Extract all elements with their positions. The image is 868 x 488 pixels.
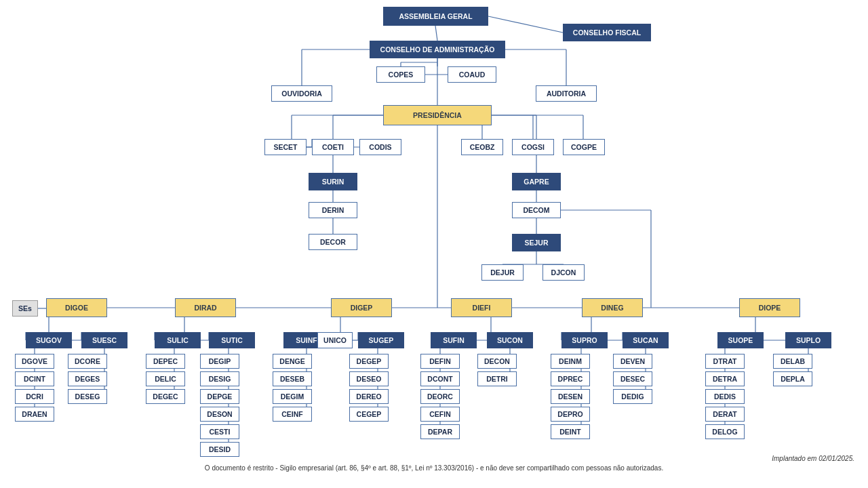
node-sugep: SUGEP xyxy=(358,332,404,348)
node-coaud: COAUD xyxy=(448,66,496,83)
node-degep: DEGEP xyxy=(349,354,389,369)
node-suesc: SUESC xyxy=(81,332,127,348)
node-decon: DECON xyxy=(477,354,517,369)
node-cogpe: COGPE xyxy=(563,139,605,155)
node-ses: SEs xyxy=(12,300,38,317)
node-desid: DESID xyxy=(200,442,239,457)
node-delic: DELIC xyxy=(146,371,185,386)
node-desen: DESEN xyxy=(551,389,590,404)
node-depar: DEPAR xyxy=(420,424,460,439)
node-depge: DEPGE xyxy=(200,389,239,404)
node-dcri: DCRI xyxy=(15,389,54,404)
node-ceinf: CEINF xyxy=(273,407,312,422)
node-codis: CODIS xyxy=(359,139,401,155)
node-digep: DIGEP xyxy=(331,298,392,317)
node-dcint: DCINT xyxy=(15,371,54,386)
node-deseo: DESEO xyxy=(349,371,389,386)
node-surin: SURIN xyxy=(309,173,357,190)
node-draen: DRAEN xyxy=(15,407,54,422)
node-dirad: DIRAD xyxy=(175,298,236,317)
node-desec: DESEC xyxy=(613,371,652,386)
node-djcon: DJCON xyxy=(542,264,585,281)
node-presidencia: PRESIDÊNCIA xyxy=(383,105,492,125)
node-gapre: GAPRE xyxy=(512,173,561,190)
node-derat: DERAT xyxy=(705,407,745,422)
node-suplo: SUPLO xyxy=(785,332,831,348)
node-dcore: DCORE xyxy=(68,354,107,369)
node-ouvidoria: OUVIDORIA xyxy=(271,85,332,102)
org-chart: ASSEMBLEIA GERALCONSELHO FISCALCONSELHO … xyxy=(0,0,868,474)
node-denge: DENGE xyxy=(273,354,312,369)
node-degip: DEGIP xyxy=(200,354,239,369)
node-delog: DELOG xyxy=(705,424,745,439)
restricted-notice: O documento é restrito - Sigilo empresar… xyxy=(0,464,868,472)
node-decor: DECOR xyxy=(309,234,357,250)
node-cesti: CESTI xyxy=(200,424,239,439)
node-sejur: SEJUR xyxy=(512,234,561,251)
node-conselho_adm: CONSELHO DE ADMINISTRAÇÃO xyxy=(370,41,505,58)
node-diefi: DIEFI xyxy=(451,298,512,317)
node-delab: DELAB xyxy=(773,354,812,369)
node-dcont: DCONT xyxy=(420,371,460,386)
node-dejur: DEJUR xyxy=(481,264,524,281)
node-deorc: DEORC xyxy=(420,389,460,404)
node-sufin: SUFIN xyxy=(431,332,477,348)
node-decom: DECOM xyxy=(512,202,561,218)
node-defin: DEFIN xyxy=(420,354,460,369)
node-degim: DEGIM xyxy=(273,389,312,404)
node-cegep: CEGEP xyxy=(349,407,389,422)
node-copes: COPES xyxy=(376,66,425,83)
node-auditoria: AUDITORIA xyxy=(536,85,597,102)
node-digoe: DIGOE xyxy=(46,298,107,317)
node-conselho_fiscal: CONSELHO FISCAL xyxy=(563,24,651,41)
node-deven: DEVEN xyxy=(613,354,652,369)
node-derin: DERIN xyxy=(309,202,357,218)
node-desig: DESIG xyxy=(200,371,239,386)
node-dtrat: DTRAT xyxy=(705,354,745,369)
node-sugov: SUGOV xyxy=(26,332,72,348)
node-detra: DETRA xyxy=(705,371,745,386)
implanted-date: Implantado em 02/01/2025. xyxy=(772,455,854,462)
node-dgove: DGOVE xyxy=(15,354,54,369)
node-depro: DEPRO xyxy=(551,407,590,422)
node-sucan: SUCAN xyxy=(623,332,669,348)
node-ceobz: CEOBZ xyxy=(461,139,503,155)
node-dedis: DEDIS xyxy=(705,389,745,404)
svg-line-0 xyxy=(488,16,563,33)
node-unico: UNICO xyxy=(317,332,353,348)
node-sutic: SUTIC xyxy=(209,332,255,348)
node-deson: DESON xyxy=(200,407,239,422)
node-deseg: DESEG xyxy=(68,389,107,404)
node-depec: DEPEC xyxy=(146,354,185,369)
node-assembleia: ASSEMBLEIA GERAL xyxy=(383,7,488,26)
node-dereo: DEREO xyxy=(349,389,389,404)
node-diope: DIOPE xyxy=(739,298,800,317)
node-deges: DEGES xyxy=(68,371,107,386)
node-sucon: SUCON xyxy=(487,332,533,348)
node-supro: SUPRO xyxy=(561,332,608,348)
node-degec: DEGEC xyxy=(146,389,185,404)
node-secet: SECET xyxy=(264,139,307,155)
node-deint: DEINT xyxy=(551,424,590,439)
node-dprec: DPREC xyxy=(551,371,590,386)
node-cogsi: COGSI xyxy=(512,139,554,155)
node-sulic: SULIC xyxy=(155,332,201,348)
node-coeti: COETI xyxy=(312,139,354,155)
node-deseb: DESEB xyxy=(273,371,312,386)
node-deinm: DEINM xyxy=(551,354,590,369)
node-depla: DEPLA xyxy=(773,371,812,386)
node-suope: SUOPE xyxy=(717,332,764,348)
node-dineg: DINEG xyxy=(582,298,643,317)
node-dedig: DEDIG xyxy=(613,389,652,404)
node-cefin: CEFIN xyxy=(420,407,460,422)
node-detri: DETRI xyxy=(477,371,517,386)
svg-line-1 xyxy=(435,26,437,41)
